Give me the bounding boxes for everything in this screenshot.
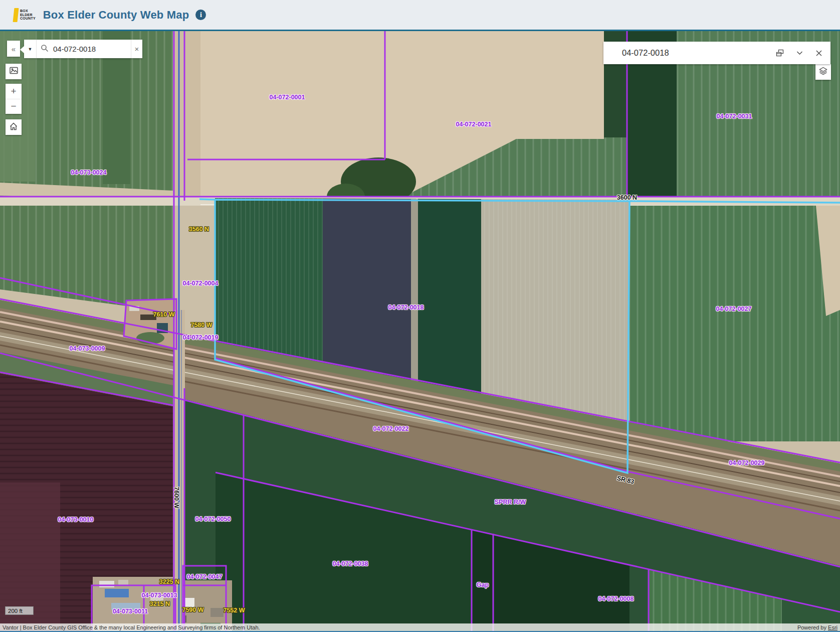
zoom-in-button[interactable]: + [6, 84, 22, 99]
logo-line: ELDER [20, 13, 36, 17]
zoom-out-button[interactable]: − [6, 99, 22, 114]
box-elder-web-map-app: { "header": { "logo_lines": "BOX ELDER C… [0, 0, 840, 632]
scalebar-label: 200 ft [8, 608, 23, 614]
logo-line: COUNTY [20, 17, 36, 21]
home-extent-button[interactable] [6, 119, 22, 135]
aerial-imagery [0, 31, 840, 632]
popup-collapse-chevron-icon[interactable] [794, 48, 804, 58]
info-icon[interactable]: i [195, 10, 206, 20]
attribution-bar: Vantor | Box Elder County GIS Office & t… [0, 623, 840, 631]
logo-text: BOX ELDER COUNTY [20, 9, 36, 21]
app-header: BOX ELDER COUNTY Box Elder County Web Ma… [0, 0, 840, 31]
layers-icon [818, 66, 828, 78]
logo-yellow-mark [13, 8, 19, 22]
basemap-gallery-icon [9, 66, 19, 77]
dock-popup-icon[interactable] [775, 48, 785, 58]
map-canvas[interactable]: 04-072-000104-072-002104-072-003104-073-… [0, 31, 840, 632]
page-title: Box Elder County Web Map [43, 9, 189, 22]
search-sources-dropdown[interactable]: ▼ [24, 40, 37, 58]
clear-search-button[interactable]: × [131, 40, 142, 58]
layers-button[interactable] [815, 64, 831, 80]
county-logo: BOX ELDER COUNTY [14, 8, 36, 22]
search-icon [41, 44, 49, 54]
home-icon [9, 122, 18, 133]
collapse-search-button[interactable]: « [7, 41, 20, 57]
powered-by-text: Powered by [797, 624, 828, 630]
search-input[interactable] [52, 44, 122, 54]
attribution-sources: Vantor | Box Elder County GIS Office & t… [3, 624, 260, 630]
powered-by: Powered by Esri [797, 624, 837, 630]
search-widget: ▼ × [24, 40, 142, 58]
search-box [37, 40, 131, 58]
feature-popup: 04-072-0018 [603, 42, 830, 64]
close-popup-icon[interactable] [814, 48, 824, 58]
logo-line: BOX [20, 9, 36, 13]
scalebar: 200 ft [5, 606, 34, 615]
popup-title: 04-072-0018 [622, 48, 775, 58]
search-notch [20, 46, 24, 53]
esri-link[interactable]: Esri [828, 624, 837, 630]
basemap-gallery-button[interactable] [6, 64, 22, 79]
popup-actions [775, 48, 824, 58]
zoom-controls: + − [6, 84, 22, 114]
